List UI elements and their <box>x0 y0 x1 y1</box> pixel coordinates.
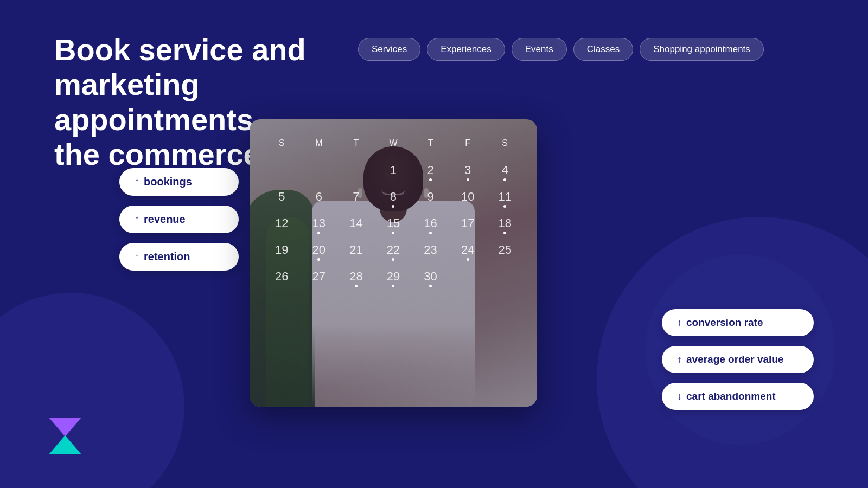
badge-cart: ↓ cart abandonment <box>662 383 814 410</box>
arrow-up-icon: ↑ <box>135 214 139 225</box>
calendar-date: 24 <box>449 239 487 265</box>
right-stat-badges: ↑ conversion rate ↑ average order value … <box>662 309 814 410</box>
calendar-date: 2 <box>412 159 449 185</box>
day-fri: F <box>449 136 487 151</box>
tab-shopping[interactable]: Shopping appointments <box>640 38 764 61</box>
logo-top <box>49 418 81 436</box>
calendar-date: 15 <box>375 212 412 239</box>
logo-bottom <box>49 435 81 454</box>
arrow-up-icon: ↑ <box>677 317 682 329</box>
calendar-date <box>337 159 375 185</box>
brand-logo <box>49 418 81 455</box>
calendar-date: 14 <box>337 212 375 239</box>
badge-revenue: ↑ revenue <box>119 206 239 233</box>
calendar-date: 22 <box>375 239 412 265</box>
calendar-date: 23 <box>412 239 449 265</box>
calendar-date: 16 <box>412 212 449 239</box>
calendar-date: 10 <box>449 185 487 212</box>
left-stat-badges: ↑ bookings ↑ revenue ↑ retention <box>119 168 239 271</box>
calendar-widget: S M T W T F S 12345678910111213141516171… <box>250 119 537 407</box>
badge-bookings: ↑ bookings <box>119 168 239 196</box>
badge-conversion: ↑ conversion rate <box>662 309 814 336</box>
arrow-up-icon: ↑ <box>135 251 139 262</box>
day-mon: M <box>301 136 338 151</box>
day-tue: T <box>337 136 375 151</box>
calendar-date: 27 <box>301 265 338 292</box>
calendar-date: 5 <box>263 185 301 212</box>
calendar-date: 29 <box>375 265 412 292</box>
calendar-date <box>263 159 301 185</box>
calendar-body: 1234567891011121314151617181920212223242… <box>263 159 524 292</box>
calendar-date: 13 <box>301 212 338 239</box>
category-tabs: Services Experiences Events Classes Shop… <box>358 38 764 61</box>
calendar-date: 18 <box>486 212 524 239</box>
calendar-date: 28 <box>337 265 375 292</box>
bg-decoration-left <box>0 293 184 488</box>
arrow-down-icon: ↓ <box>677 391 682 402</box>
calendar-date: 17 <box>449 212 487 239</box>
arrow-up-icon: ↑ <box>677 354 682 365</box>
day-thu: T <box>412 136 449 151</box>
calendar-date: 7 <box>337 185 375 212</box>
calendar-grid: S M T W T F S 12345678910111213141516171… <box>250 119 537 407</box>
day-sat: S <box>486 136 524 151</box>
calendar-date <box>449 265 487 292</box>
day-wed: W <box>375 136 412 151</box>
calendar-header: S M T W T F S <box>263 136 524 151</box>
calendar-date: 9 <box>412 185 449 212</box>
calendar-date: 11 <box>486 185 524 212</box>
calendar-date: 6 <box>301 185 338 212</box>
calendar-date: 25 <box>486 239 524 265</box>
calendar-date: 19 <box>263 239 301 265</box>
tab-classes[interactable]: Classes <box>573 38 633 61</box>
calendar-date: 21 <box>337 239 375 265</box>
calendar-date: 4 <box>486 159 524 185</box>
calendar-date: 20 <box>301 239 338 265</box>
tab-experiences[interactable]: Experiences <box>427 38 505 61</box>
badge-retention: ↑ retention <box>119 243 239 271</box>
calendar-date: 8 <box>375 185 412 212</box>
calendar-date: 1 <box>375 159 412 185</box>
calendar-date: 3 <box>449 159 487 185</box>
calendar-date: 26 <box>263 265 301 292</box>
tab-services[interactable]: Services <box>358 38 420 61</box>
calendar-date: 30 <box>412 265 449 292</box>
tab-events[interactable]: Events <box>512 38 567 61</box>
calendar-date <box>301 159 338 185</box>
calendar-date: 12 <box>263 212 301 239</box>
arrow-up-icon: ↑ <box>135 176 139 188</box>
badge-aov: ↑ average order value <box>662 346 814 373</box>
day-sun: S <box>263 136 301 151</box>
